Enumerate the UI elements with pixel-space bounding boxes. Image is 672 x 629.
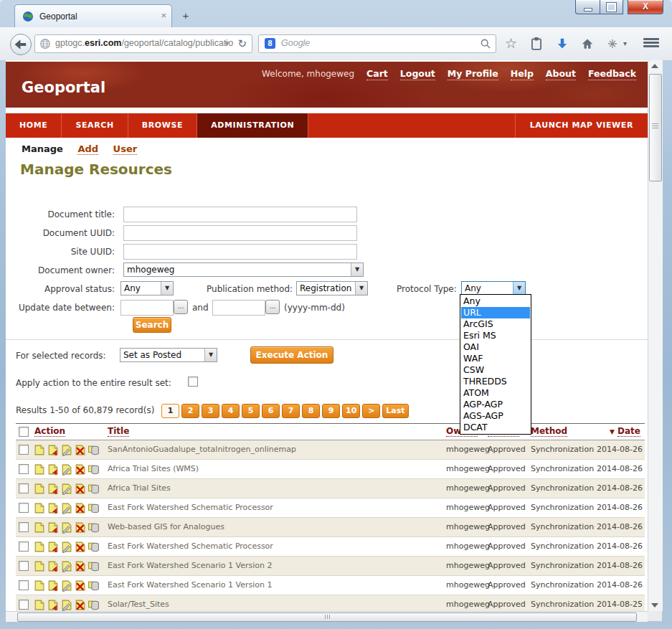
vertical-scrollbar[interactable] (648, 60, 663, 611)
header-action[interactable]: Action (34, 426, 65, 437)
delete-document-icon[interactable] (74, 599, 86, 611)
delete-document-icon[interactable] (74, 483, 86, 495)
page-button[interactable]: > (362, 404, 380, 418)
search-placeholder[interactable]: Google (281, 38, 310, 48)
open-document-icon[interactable] (33, 521, 45, 534)
protocol-option[interactable]: AGS-AGP (461, 410, 530, 422)
subnav-add-link[interactable]: Add (77, 143, 98, 155)
row-checkbox[interactable] (19, 580, 29, 590)
open-document-icon[interactable] (33, 599, 45, 611)
date-to-input[interactable] (212, 300, 265, 316)
toolbar-overflow-caret-icon[interactable]: ▾ (623, 37, 638, 51)
delete-document-icon[interactable] (74, 444, 86, 456)
bookmarks-clipboard-icon[interactable] (530, 37, 544, 51)
nav-search[interactable]: SEARCH (62, 113, 128, 138)
vertical-scroll-thumb[interactable] (649, 74, 662, 181)
archive-document-icon[interactable] (87, 502, 100, 514)
page-button[interactable]: 4 (222, 404, 240, 418)
archive-document-icon[interactable] (87, 560, 100, 572)
delete-document-icon[interactable] (74, 502, 86, 514)
site-uuid-input[interactable] (123, 244, 357, 260)
date-from-picker-button[interactable]: ... (174, 300, 188, 314)
page-button[interactable]: 1 (161, 404, 179, 418)
open-document-icon[interactable] (33, 463, 45, 476)
publication-method-select[interactable]: Registration▼ (296, 281, 368, 295)
search-button[interactable]: Search (133, 317, 171, 333)
archive-document-icon[interactable] (87, 483, 100, 495)
header-title[interactable]: Title (108, 426, 129, 437)
scroll-down-icon[interactable] (651, 603, 658, 607)
nav-browse[interactable]: BROWSE (128, 113, 197, 138)
protocol-option[interactable]: THREDDS (461, 376, 530, 387)
nav-launch-map-viewer[interactable]: LAUNCH MAP VIEWER (515, 113, 648, 138)
date-to-picker-button[interactable]: ... (265, 300, 280, 314)
protocol-option[interactable]: OAI (461, 341, 530, 353)
home-icon[interactable] (581, 37, 595, 51)
protocol-type-select[interactable]: Any▼ (461, 281, 526, 295)
nav-home[interactable]: HOME (6, 113, 62, 138)
header-link[interactable]: Help (511, 68, 534, 80)
back-button[interactable] (10, 34, 32, 55)
subnav-user-link[interactable]: User (113, 143, 138, 155)
header-link[interactable]: About (546, 68, 576, 80)
document-title-input[interactable] (123, 207, 357, 222)
archive-document-icon[interactable] (87, 444, 100, 456)
scroll-up-icon[interactable] (651, 64, 658, 68)
protocol-option[interactable]: ArcGIS (461, 318, 530, 330)
page-button[interactable]: 8 (302, 404, 320, 418)
page-button[interactable]: 10 (342, 404, 360, 418)
apply-all-checkbox[interactable] (188, 377, 198, 387)
menu-hamburger-icon[interactable] (643, 38, 659, 49)
row-checkbox[interactable] (19, 483, 29, 493)
protocol-option[interactable]: Any (461, 295, 530, 307)
header-link[interactable]: Feedback (588, 68, 636, 80)
approval-status-select[interactable]: Any▼ (120, 281, 174, 295)
protocol-option[interactable]: Esri MS (461, 330, 530, 341)
archive-document-icon[interactable] (87, 541, 100, 553)
open-document-icon[interactable] (33, 444, 45, 456)
row-checkbox[interactable] (19, 464, 29, 474)
header-method[interactable]: Method (531, 426, 567, 437)
edit-document-icon[interactable] (60, 580, 72, 592)
archive-document-icon[interactable] (87, 599, 100, 611)
row-checkbox[interactable] (19, 600, 29, 610)
page-button[interactable]: 3 (202, 404, 219, 418)
edit-document-icon[interactable] (60, 599, 72, 611)
edit-document-icon[interactable] (60, 502, 72, 514)
extension-icon[interactable] (607, 37, 621, 51)
protocol-option[interactable]: CSW (461, 364, 530, 376)
protocol-option[interactable]: DCAT (461, 422, 530, 433)
window-minimize-button[interactable] (575, 0, 600, 14)
select-all-checkbox[interactable] (19, 427, 29, 437)
page-button[interactable]: 5 (242, 404, 260, 418)
header-link[interactable]: My Profile (448, 68, 498, 80)
window-maximize-button[interactable] (600, 0, 623, 14)
row-checkbox[interactable] (19, 522, 29, 532)
delete-document-icon[interactable] (74, 521, 86, 534)
horizontal-scrollbar[interactable] (6, 611, 648, 622)
horizontal-scroll-thumb[interactable] (17, 613, 637, 622)
browser-tab[interactable]: Geoportal × (14, 4, 172, 28)
document-uuid-input[interactable] (123, 225, 357, 241)
archive-document-icon[interactable] (87, 463, 100, 476)
delete-document-icon[interactable] (74, 463, 86, 476)
row-checkbox[interactable] (19, 445, 29, 455)
search-engine-icon[interactable]: 8 (265, 38, 275, 49)
url-text[interactable]: gptogc.esri.com/geoportal/catalog/public… (55, 38, 233, 48)
transfer-document-icon[interactable] (47, 560, 59, 572)
page-button[interactable]: Last (382, 404, 408, 418)
page-button[interactable]: 6 (262, 404, 280, 418)
protocol-option[interactable]: ATOM (461, 387, 530, 399)
edit-document-icon[interactable] (60, 463, 72, 476)
delete-document-icon[interactable] (74, 541, 86, 553)
bookmark-star-icon[interactable]: ☆ (505, 37, 519, 51)
row-checkbox[interactable] (19, 503, 29, 513)
edit-document-icon[interactable] (60, 483, 72, 495)
transfer-document-icon[interactable] (47, 483, 59, 495)
open-document-icon[interactable] (33, 580, 45, 592)
url-dropdown-icon[interactable]: ▼ (224, 40, 230, 47)
page-button[interactable]: 9 (322, 404, 340, 418)
transfer-document-icon[interactable] (47, 521, 59, 534)
transfer-document-icon[interactable] (47, 541, 59, 553)
open-document-icon[interactable] (33, 483, 45, 495)
